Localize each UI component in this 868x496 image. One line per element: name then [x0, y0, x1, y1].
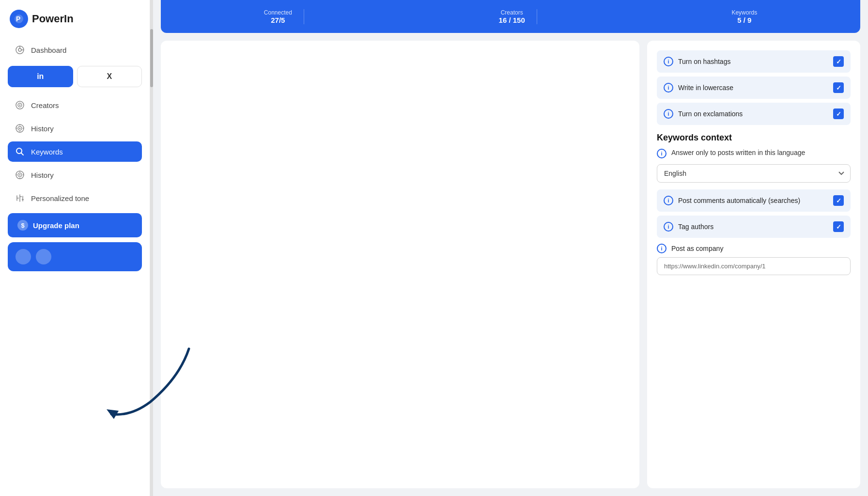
- svg-point-11: [19, 128, 21, 129]
- logo-icon: P: [10, 10, 28, 28]
- twitter-icon: X: [107, 72, 112, 81]
- linkedin-platform-btn[interactable]: in: [8, 66, 73, 87]
- svg-point-12: [19, 124, 20, 125]
- dashboard-label: Dashboard: [31, 46, 66, 54]
- svg-point-15: [23, 128, 24, 129]
- upgrade-plan-button[interactable]: $ Upgrade plan: [8, 213, 142, 237]
- bottom-card[interactable]: [8, 242, 142, 271]
- tag-authors-info-icon[interactable]: i: [664, 222, 673, 232]
- post-auto-info-icon[interactable]: i: [664, 196, 673, 205]
- creators-label: Creators: [31, 101, 59, 109]
- exclamations-label: Turn on exclamations: [678, 110, 743, 118]
- toggle-post-auto-left: i Post comments automatically (searches): [664, 196, 800, 205]
- upgrade-label: Upgrade plan: [33, 221, 79, 230]
- toggle-tag-authors: i Tag authors ✓: [657, 216, 851, 238]
- toggle-exclamations: i Turn on exclamations ✓: [657, 103, 851, 125]
- keywords-stat-value: 5 / 9: [737, 16, 751, 24]
- hashtags-info-icon[interactable]: i: [664, 57, 673, 66]
- lowercase-label: Write in lowercase: [678, 84, 733, 92]
- main-content: Connected 27/5 Creators 16 / 150 Keyword…: [153, 0, 868, 496]
- post-as-company-info-icon[interactable]: i: [657, 244, 666, 253]
- language-info-text: Answer only to posts written in this lan…: [671, 149, 805, 156]
- company-url-input[interactable]: [657, 257, 851, 275]
- toggle-hashtags-left: i Turn on hashtags: [664, 57, 730, 66]
- dashboard-icon: [15, 45, 25, 55]
- sidebar-item-history1[interactable]: History: [8, 118, 142, 139]
- logo-area: P PowerIn: [8, 10, 142, 28]
- stats-bar: Connected 27/5 Creators 16 / 150 Keyword…: [161, 0, 860, 33]
- svg-point-8: [19, 105, 21, 106]
- twitter-platform-btn[interactable]: X: [77, 66, 142, 87]
- sidebar-item-keywords[interactable]: Keywords: [8, 141, 142, 162]
- tag-authors-checkbox[interactable]: ✓: [833, 221, 844, 232]
- toggle-lowercase-left: i Write in lowercase: [664, 83, 733, 93]
- sidebar: P PowerIn Dashboard in X: [0, 0, 150, 496]
- language-info: i Answer only to posts written in this l…: [657, 149, 851, 158]
- svg-point-20: [19, 174, 21, 176]
- lowercase-checkbox[interactable]: ✓: [833, 82, 844, 93]
- creators-stat-label: Creators: [501, 9, 523, 16]
- hashtags-checkbox[interactable]: ✓: [833, 56, 844, 67]
- creators-icon: [15, 100, 25, 110]
- history1-label: History: [31, 124, 54, 133]
- post-auto-label: Post comments automatically (searches): [678, 197, 800, 204]
- svg-point-23: [16, 174, 17, 175]
- toggle-hashtags: i Turn on hashtags ✓: [657, 50, 851, 73]
- app-name: PowerIn: [32, 13, 74, 25]
- post-as-company-row: i Post as company: [657, 244, 851, 253]
- left-panel: [161, 41, 639, 488]
- platform-toggle: in X: [8, 66, 142, 87]
- exclamations-info-icon[interactable]: i: [664, 109, 673, 119]
- hashtags-label: Turn on hashtags: [678, 58, 730, 65]
- personalized-tone-label: Personalized tone: [31, 194, 89, 202]
- toggle-tag-authors-left: i Tag authors: [664, 222, 713, 232]
- svg-marker-31: [107, 409, 119, 419]
- language-info-icon[interactable]: i: [657, 149, 666, 158]
- toggle-lowercase: i Write in lowercase ✓: [657, 77, 851, 99]
- svg-point-22: [19, 178, 20, 179]
- history-icon-1: [15, 123, 25, 134]
- svg-text:P: P: [16, 15, 20, 23]
- post-as-company-label: Post as company: [671, 245, 723, 252]
- history-icon-2: [15, 170, 25, 180]
- creators-stat-value: 16 / 150: [499, 16, 525, 24]
- toggle-exclamations-left: i Turn on exclamations: [664, 109, 743, 119]
- sidebar-item-personalized-tone[interactable]: Personalized tone: [8, 188, 142, 208]
- sidebar-item-creators[interactable]: Creators: [8, 95, 142, 115]
- tone-icon: [15, 193, 25, 203]
- linkedin-icon: in: [37, 72, 44, 81]
- content-columns: i Turn on hashtags ✓ i Write in lowercas…: [153, 33, 868, 496]
- exclamations-checkbox[interactable]: ✓: [833, 108, 844, 119]
- sidebar-item-dashboard[interactable]: Dashboard: [8, 40, 142, 60]
- upgrade-icon: $: [17, 220, 28, 231]
- svg-point-24: [23, 174, 24, 175]
- stat-connected: Connected 27/5: [252, 9, 304, 24]
- connected-label: Connected: [264, 9, 292, 16]
- svg-point-21: [19, 171, 20, 172]
- stat-keywords: Keywords 5 / 9: [720, 9, 769, 24]
- keywords-context-title: Keywords context: [657, 133, 851, 143]
- bottom-icon: [16, 249, 31, 264]
- svg-point-3: [18, 48, 21, 51]
- history2-label: History: [31, 171, 54, 179]
- sidebar-item-history2[interactable]: History: [8, 165, 142, 185]
- post-auto-checkbox[interactable]: ✓: [833, 195, 844, 206]
- toggle-post-auto: i Post comments automatically (searches)…: [657, 189, 851, 212]
- svg-point-13: [19, 131, 20, 132]
- bottom-icon-2: [36, 249, 51, 264]
- svg-line-17: [21, 153, 24, 155]
- tag-authors-label: Tag authors: [678, 223, 713, 231]
- keywords-label: Keywords: [31, 148, 63, 156]
- keywords-stat-label: Keywords: [731, 9, 757, 16]
- svg-point-14: [16, 128, 17, 129]
- language-dropdown[interactable]: English French Spanish German Italian: [657, 164, 851, 183]
- right-panel: i Turn on hashtags ✓ i Write in lowercas…: [647, 41, 860, 488]
- connected-value: 27/5: [271, 16, 285, 24]
- lowercase-info-icon[interactable]: i: [664, 83, 673, 93]
- stat-creators: Creators 16 / 150: [487, 9, 537, 24]
- keywords-icon: [15, 146, 25, 157]
